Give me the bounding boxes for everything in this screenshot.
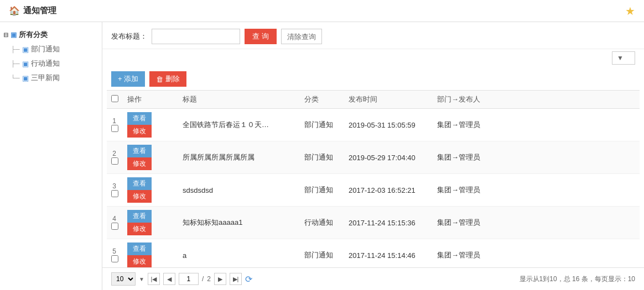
prev-page-button[interactable]: ◀ <box>163 273 175 285</box>
row-check-cell: 3 <box>107 174 123 207</box>
next-page-button[interactable]: ▶ <box>214 273 226 285</box>
tree-line-icon2: ├─ <box>11 60 20 67</box>
row-category-cell: 部门通知 <box>300 141 344 174</box>
toolbar: + 添加 🗑 删除 <box>102 68 644 90</box>
view-button[interactable]: 查看 <box>127 145 152 157</box>
row-checkbox[interactable] <box>111 125 118 132</box>
pagination-bar: 10 20 50 ▼ |◀ ◀ / 2 ▶ ▶| ⟳ 显示从1到10，总 16 … <box>102 267 644 290</box>
row-title-cell: 知标知标知aaaaa1 <box>178 207 300 239</box>
first-page-button[interactable]: |◀ <box>148 273 160 285</box>
page-size-arrow: ▼ <box>139 276 144 282</box>
delete-label: 删除 <box>165 74 180 84</box>
row-number: 3 <box>112 182 116 190</box>
row-title-cell: 全国铁路节后春运１０天… <box>178 109 300 141</box>
sidebar-item-all[interactable]: ⊟ ▣ 所有分类 <box>0 28 102 42</box>
row-checkbox[interactable] <box>111 157 118 165</box>
table-row: 1 查看 修改 全国铁路节后春运１０天… 部门通知 2019-05-31 15:… <box>107 109 640 141</box>
row-checkbox[interactable] <box>111 223 118 230</box>
row-time-cell: 2017-12-03 16:52:21 <box>344 174 433 207</box>
search-label: 发布标题： <box>111 31 147 41</box>
view-button[interactable]: 查看 <box>127 210 152 223</box>
col-check-header <box>107 91 123 109</box>
edit-button[interactable]: 修改 <box>127 223 152 235</box>
table-header-row: 操作 标题 分类 发布时间 部门→发布人 <box>107 91 640 109</box>
tree-line-icon: ├─ <box>11 46 20 52</box>
row-time-cell: 2017-11-24 15:14:46 <box>344 239 433 268</box>
row-check-cell: 4 <box>107 207 123 239</box>
row-category-cell: 部门通知 <box>300 109 344 141</box>
page-size-select[interactable]: 10 20 50 <box>111 272 136 286</box>
row-number: 4 <box>112 215 116 223</box>
table-body: 1 查看 修改 全国铁路节后春运１０天… 部门通知 2019-05-31 15:… <box>107 109 640 268</box>
row-checkbox[interactable] <box>111 255 118 262</box>
row-checkbox[interactable] <box>111 190 118 197</box>
total-pages: 2 <box>207 275 211 283</box>
filter-dropdown[interactable]: ▼ <box>612 51 635 65</box>
row-op-cell: 查看 修改 <box>123 141 178 174</box>
row-time-cell: 2019-05-31 15:05:59 <box>344 109 433 141</box>
folder-icon: ▣ <box>11 31 17 39</box>
sidebar-item-action-notice[interactable]: ├─ ▣ 行动通知 <box>0 56 102 71</box>
refresh-button[interactable]: ⟳ <box>245 274 252 284</box>
page-title: 通知管理 <box>23 6 56 16</box>
tree-line-icon3: └─ <box>11 75 20 81</box>
home-icon: 🏠 <box>9 6 20 16</box>
edit-button[interactable]: 修改 <box>127 190 152 203</box>
row-category-cell: 部门通知 <box>300 174 344 207</box>
sidebar-item-dept-notice[interactable]: ├─ ▣ 部门通知 <box>0 42 102 56</box>
sidebar: ⊟ ▣ 所有分类 ├─ ▣ 部门通知 ├─ ▣ 行动通知 └─ ▣ 三甲新闻 <box>0 22 102 290</box>
view-button[interactable]: 查看 <box>127 177 152 190</box>
delete-button[interactable]: 🗑 删除 <box>149 71 186 87</box>
row-op-cell: 查看 修改 <box>123 109 178 141</box>
last-page-button[interactable]: ▶| <box>230 273 242 285</box>
filter-row: ▼ <box>102 49 644 68</box>
table-row: 2 查看 修改 所属所属所属所属所属 部门通知 2019-05-29 17:04… <box>107 141 640 174</box>
add-button[interactable]: + 添加 <box>111 71 145 87</box>
edit-button[interactable]: 修改 <box>127 157 152 170</box>
search-bar: 发布标题： 查 询 清除查询 <box>102 22 644 49</box>
row-title-cell: sdsdsdsd <box>178 174 300 207</box>
row-dept-cell: 集团→管理员 <box>433 174 640 207</box>
page-number-input[interactable] <box>179 273 199 285</box>
app-header: 🏠 通知管理 ★ <box>0 0 644 22</box>
row-op-cell: 查看 修改 <box>123 207 178 239</box>
query-button[interactable]: 查 询 <box>245 29 277 44</box>
edit-button[interactable]: 修改 <box>127 125 152 138</box>
row-check-cell: 5 <box>107 239 123 268</box>
search-input[interactable] <box>152 29 240 44</box>
sidebar-dept-label: 部门通知 <box>31 44 60 54</box>
table-row: 4 查看 修改 知标知标知aaaaa1 行动通知 2017-11-24 15:1… <box>107 207 640 239</box>
doc-icon: ▣ <box>22 45 29 54</box>
clear-button[interactable]: 清除查询 <box>281 29 322 44</box>
view-button[interactable]: 查看 <box>127 112 152 125</box>
row-op-cell: 查看 修改 <box>123 174 178 207</box>
pagination-status: 显示从1到10，总 16 条，每页显示：10 <box>520 275 635 284</box>
row-op-cell: 查看 修改 <box>123 239 178 268</box>
header-left: 🏠 通知管理 <box>9 6 56 16</box>
sidebar-root-label: 所有分类 <box>19 30 48 40</box>
row-dept-cell: 集团→管理员 <box>433 141 640 174</box>
col-category-header: 分类 <box>300 91 344 109</box>
row-time-cell: 2019-05-29 17:04:40 <box>344 141 433 174</box>
row-number: 1 <box>112 117 116 125</box>
col-dept-header: 部门→发布人 <box>433 91 640 109</box>
table-wrapper: 操作 标题 分类 发布时间 部门→发布人 1 查看 修改 全国 <box>102 90 644 267</box>
select-all-checkbox[interactable] <box>111 95 118 102</box>
row-category-cell: 行动通知 <box>300 207 344 239</box>
sidebar-item-news[interactable]: └─ ▣ 三甲新闻 <box>0 71 102 85</box>
row-dept-cell: 集团→管理员 <box>433 207 640 239</box>
row-title-cell: a <box>178 239 300 268</box>
row-dept-cell: 集团→管理员 <box>433 109 640 141</box>
star-icon[interactable]: ★ <box>625 4 635 18</box>
row-number: 5 <box>112 247 116 255</box>
sidebar-action-label: 行动通知 <box>31 59 60 68</box>
row-time-cell: 2017-11-24 15:15:36 <box>344 207 433 239</box>
row-check-cell: 2 <box>107 141 123 174</box>
row-title-cell: 所属所属所属所属所属 <box>178 141 300 174</box>
row-dept-cell: 集团→管理员 <box>433 239 640 268</box>
data-table: 操作 标题 分类 发布时间 部门→发布人 1 查看 修改 全国 <box>107 90 640 267</box>
view-button[interactable]: 查看 <box>127 242 152 255</box>
doc-icon3: ▣ <box>22 74 29 82</box>
row-number: 2 <box>112 150 116 157</box>
edit-button[interactable]: 修改 <box>127 255 152 267</box>
